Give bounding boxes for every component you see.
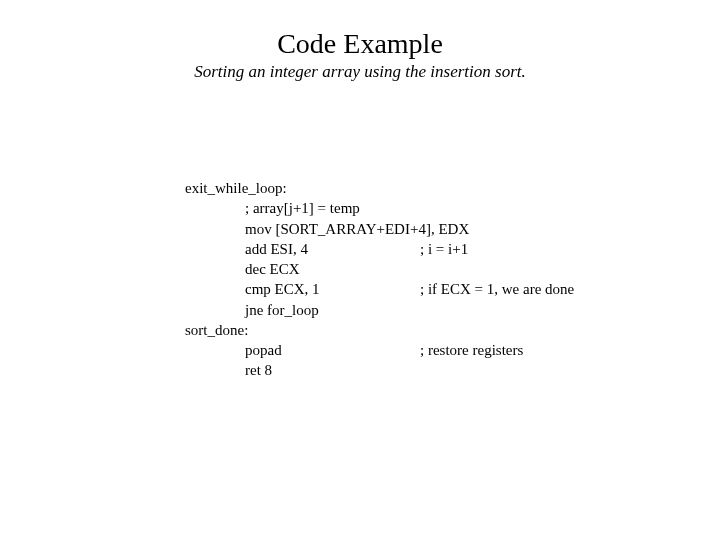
code-instr: mov [SORT_ARRAY+EDI+4], EDX — [245, 219, 420, 239]
code-block: exit_while_loop: ; array[j+1] = temp mov… — [185, 178, 574, 381]
code-line: popad ; restore registers — [185, 340, 574, 360]
code-comment: ; i = i+1 — [420, 239, 468, 259]
code-line: cmp ECX, 1 ; if ECX = 1, we are done — [185, 279, 574, 299]
code-instr: cmp ECX, 1 — [245, 279, 420, 299]
code-line: add ESI, 4 ; i = i+1 — [185, 239, 574, 259]
code-label-exit-while: exit_while_loop: — [185, 178, 574, 198]
code-instr: add ESI, 4 — [245, 239, 420, 259]
code-line: ; array[j+1] = temp — [185, 198, 574, 218]
code-instr: dec ECX — [245, 259, 420, 279]
code-label-sort-done: sort_done: — [185, 320, 574, 340]
code-line: jne for_loop — [185, 300, 574, 320]
code-line: dec ECX — [185, 259, 574, 279]
code-comment: ; if ECX = 1, we are done — [420, 279, 574, 299]
code-comment: ; restore registers — [420, 340, 523, 360]
code-instr: jne for_loop — [245, 300, 420, 320]
code-instr: ret 8 — [245, 360, 420, 380]
code-line: ret 8 — [185, 360, 574, 380]
slide: Code Example Sorting an integer array us… — [0, 28, 720, 540]
slide-title: Code Example — [0, 28, 720, 60]
slide-subtitle: Sorting an integer array using the inser… — [0, 62, 720, 82]
code-instr: ; array[j+1] = temp — [245, 198, 420, 218]
code-line: mov [SORT_ARRAY+EDI+4], EDX — [185, 219, 574, 239]
code-instr: popad — [245, 340, 420, 360]
